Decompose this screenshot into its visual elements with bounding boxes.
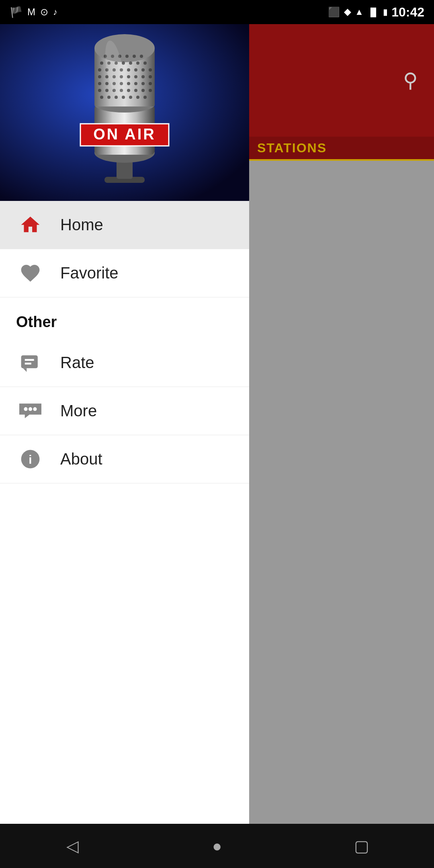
- svg-point-58: [115, 96, 118, 99]
- svg-point-46: [141, 82, 145, 85]
- svg-point-48: [98, 89, 101, 92]
- svg-point-52: [127, 89, 130, 92]
- nav-item-home[interactable]: Home: [0, 201, 249, 249]
- back-button[interactable]: ◁: [56, 830, 88, 862]
- more-label: More: [60, 402, 97, 420]
- nav-item-favorite[interactable]: Favorite: [0, 249, 249, 297]
- svg-point-45: [134, 82, 137, 85]
- svg-point-49: [105, 89, 108, 92]
- camera-icon: ⊙: [40, 6, 48, 18]
- svg-point-17: [100, 61, 103, 65]
- wifi-icon: ▲: [355, 7, 364, 17]
- gmail-icon: M: [27, 6, 35, 18]
- svg-point-24: [98, 68, 101, 72]
- svg-point-56: [100, 96, 103, 99]
- svg-point-53: [134, 89, 137, 92]
- clock: 10:42: [391, 5, 424, 20]
- more-icon-container: [16, 397, 44, 425]
- svg-point-57: [107, 96, 111, 99]
- nav-item-about[interactable]: i About: [0, 435, 249, 483]
- nav-item-rate[interactable]: Rate: [0, 339, 249, 387]
- svg-point-68: [24, 407, 27, 411]
- svg-point-21: [129, 61, 132, 65]
- svg-rect-64: [21, 355, 37, 368]
- status-bar-right: ⬛ ◆ ▲ ▐▌ ▮ 10:42: [328, 5, 424, 20]
- hero-image: ON AIR: [0, 24, 249, 201]
- recents-button[interactable]: ▢: [346, 830, 378, 862]
- status-bar: 🏴 M ⊙ ♪ ⬛ ◆ ▲ ▐▌ ▮ 10:42: [0, 0, 434, 24]
- other-section-header: Other: [0, 297, 249, 339]
- svg-point-59: [122, 96, 125, 99]
- svg-point-15: [133, 55, 136, 58]
- battery-icon: ▮: [383, 7, 387, 17]
- about-label: About: [60, 450, 102, 468]
- svg-point-30: [141, 68, 145, 72]
- svg-point-14: [125, 55, 129, 58]
- drawer-menu: ON AIR: [0, 24, 249, 844]
- home-button[interactable]: ●: [201, 830, 233, 862]
- search-icon[interactable]: ⚲: [403, 69, 418, 92]
- info-icon-container: i: [16, 445, 44, 473]
- rate-icon: [19, 352, 41, 374]
- svg-point-37: [134, 75, 137, 78]
- music-icon: ♪: [53, 7, 57, 17]
- svg-point-54: [141, 89, 145, 92]
- rate-icon-container: [16, 349, 44, 377]
- nav-section: Home Favorite Other: [0, 201, 249, 844]
- favorite-label: Favorite: [60, 264, 119, 282]
- svg-point-29: [134, 68, 137, 72]
- right-panel-title-bar: STATIONS: [249, 137, 434, 161]
- svg-point-60: [129, 96, 132, 99]
- svg-text:ON AIR: ON AIR: [93, 126, 156, 143]
- svg-point-61: [136, 96, 139, 99]
- app-icon-1: 🏴: [10, 6, 23, 18]
- svg-point-38: [141, 75, 145, 78]
- signal-icon: ▐▌: [368, 8, 379, 17]
- heart-icon-container: [16, 259, 44, 287]
- svg-point-44: [127, 82, 130, 85]
- svg-point-62: [143, 96, 147, 99]
- svg-point-47: [149, 82, 152, 85]
- svg-text:i: i: [29, 453, 32, 466]
- more-icon: [17, 400, 43, 422]
- svg-point-36: [127, 75, 130, 78]
- home-label: Home: [60, 216, 103, 234]
- home-icon: [19, 214, 41, 236]
- arrow-icon: ◆: [344, 7, 351, 17]
- right-panel-header: ⚲: [249, 24, 434, 137]
- svg-point-39: [149, 75, 152, 78]
- svg-point-55: [149, 89, 152, 92]
- right-panel: ⚲ STATIONS: [249, 24, 434, 844]
- svg-point-16: [140, 55, 143, 58]
- nav-item-more[interactable]: More: [0, 387, 249, 435]
- svg-point-70: [33, 407, 37, 411]
- svg-marker-65: [23, 368, 27, 372]
- cast-icon: ⬛: [328, 6, 340, 18]
- svg-point-10: [94, 34, 155, 62]
- svg-point-22: [136, 61, 139, 65]
- svg-point-69: [28, 407, 32, 411]
- rate-label: Rate: [60, 354, 94, 372]
- svg-point-28: [127, 68, 130, 72]
- bottom-nav-bar: ◁ ● ▢: [0, 824, 434, 868]
- svg-point-31: [149, 68, 152, 72]
- status-bar-left: 🏴 M ⊙ ♪: [10, 6, 57, 18]
- info-icon: i: [19, 448, 41, 470]
- heart-icon: [19, 262, 41, 284]
- svg-point-20: [122, 61, 125, 65]
- svg-point-32: [98, 75, 101, 78]
- home-icon-container: [16, 211, 44, 239]
- svg-point-40: [98, 82, 101, 85]
- svg-point-23: [143, 61, 147, 65]
- svg-point-41: [105, 82, 108, 85]
- stations-label: STATIONS: [257, 141, 327, 156]
